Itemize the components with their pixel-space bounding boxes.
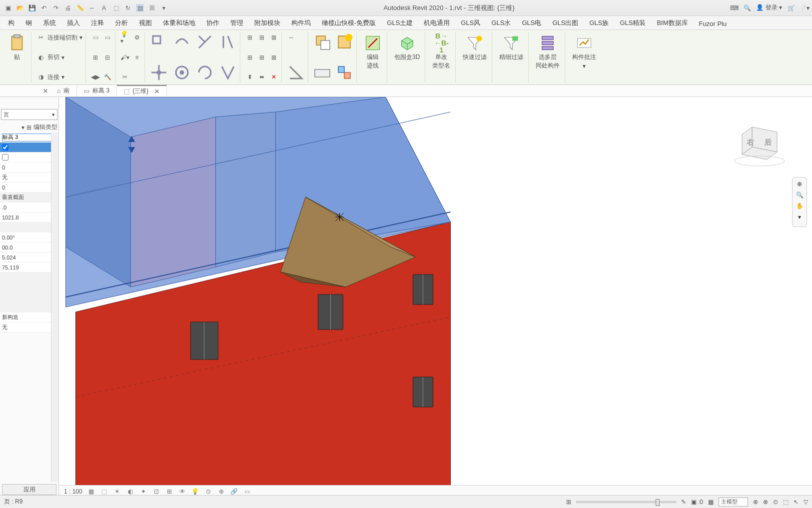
activate-icon[interactable]: ▭ — [91, 33, 100, 42]
cut-button[interactable]: ◐剪切 ▾ — [36, 53, 82, 62]
cope-button[interactable]: ✂连接端切割 ▾ — [36, 33, 82, 42]
mirror2-icon[interactable] — [219, 64, 237, 82]
extend-l-icon[interactable] — [219, 33, 237, 51]
constraint-icon[interactable]: 🔗 — [230, 488, 238, 496]
copy-l-icon[interactable] — [173, 33, 191, 51]
dimension-icon[interactable]: ↔ — [88, 4, 96, 12]
detail-level-icon[interactable]: ▦ — [87, 488, 95, 496]
paste-button[interactable]: 贴 — [6, 33, 28, 62]
hammer-icon[interactable]: 🔨 — [103, 72, 112, 82]
g4-icon[interactable]: ⊞ — [245, 53, 254, 62]
prop-row-check1[interactable] — [0, 142, 58, 152]
align-icon[interactable]: ⊞ — [91, 53, 100, 62]
editable-only-icon[interactable]: ✎ — [681, 498, 686, 506]
tab-gls-civil[interactable]: GLS土建 — [382, 16, 418, 30]
g9-icon[interactable]: ✕ — [269, 72, 278, 82]
tab-massing[interactable]: 体量和场地 — [158, 16, 200, 30]
sync-icon[interactable]: ↻ — [124, 4, 132, 12]
prop-row-10[interactable]: 无 — [0, 322, 58, 332]
sb1-icon[interactable]: ⊕ — [753, 498, 758, 506]
3d-viewport[interactable]: 右后 ⊕ 🔍 ✋ ▾ 1 : 100 ▦ ⬚ ☀ ◐ ✦ ⊡ ⊞ 👁 💡 ⊙ ⊕… — [59, 97, 812, 497]
apply-button[interactable]: 应用 — [2, 484, 56, 495]
view-tab-south[interactable]: ⌂南 — [50, 85, 77, 96]
zoom-icon[interactable]: 🔍 — [796, 192, 804, 198]
prop-row-3[interactable]: .0 — [0, 202, 58, 212]
level-input[interactable] — [2, 134, 56, 142]
move-icon[interactable] — [150, 64, 168, 82]
tab-fuzor[interactable]: Fuzor Plu — [694, 18, 732, 30]
tab-collab[interactable]: 协作 — [201, 16, 224, 30]
lines-icon[interactable]: ≡ — [132, 53, 141, 62]
redo-icon[interactable]: ↷ — [52, 4, 60, 12]
tab-gls-draw[interactable]: GLS出图 — [547, 16, 583, 30]
paint-icon[interactable]: 🖌▾ — [120, 53, 129, 62]
gear-icon[interactable]: ⚙ — [132, 33, 141, 42]
vc-last-icon[interactable]: ▭ — [243, 488, 251, 496]
g8-icon[interactable]: ⬌ — [257, 72, 266, 82]
prop-row-level[interactable] — [0, 132, 58, 142]
prop-row-7[interactable]: 5.024 — [0, 252, 58, 262]
text-icon[interactable]: A — [100, 4, 108, 12]
status-slider[interactable] — [576, 501, 676, 503]
tab-arch[interactable]: 构 — [3, 16, 19, 30]
create1-icon[interactable] — [313, 33, 331, 51]
g5-icon[interactable]: ⊞ — [257, 53, 266, 62]
measure-icon[interactable]: 📏 — [76, 4, 84, 12]
open-icon[interactable]: 📂 — [16, 4, 24, 12]
tab-gls-family[interactable]: GLS族 — [584, 16, 614, 30]
print-icon[interactable]: 🖨 — [64, 4, 72, 12]
close-hidden-icon[interactable]: ☒ — [148, 4, 156, 12]
tab-view[interactable]: 视图 — [134, 16, 157, 30]
offset-icon[interactable]: ⊟ — [103, 53, 112, 62]
type-selector[interactable]: 页▾ — [1, 109, 57, 120]
g3-icon[interactable]: ⊠ — [269, 33, 278, 42]
orbit-dropdown-icon[interactable]: ▾ — [798, 214, 801, 220]
help-icon[interactable]: ❔▾ — [800, 4, 808, 12]
join-button[interactable]: ◑连接 ▾ — [36, 72, 82, 82]
prop-row-4[interactable]: 1021.8 — [0, 212, 58, 222]
prop-row-6[interactable]: 00.0 — [0, 242, 58, 252]
switch-window-icon[interactable]: ▾ — [160, 4, 168, 12]
sb5-icon[interactable]: ↖ — [794, 498, 799, 506]
worksets-icon[interactable]: ⊞ — [566, 498, 571, 506]
tab-gls-wind[interactable]: GLS风 — [456, 16, 485, 30]
mirror-icon[interactable]: ◀▶ — [91, 72, 100, 82]
tab-gls-elec[interactable]: GLS电 — [517, 16, 546, 30]
tab-addins[interactable]: 附加模块 — [249, 16, 285, 30]
user-icon[interactable]: 👤 登录 ▾ — [756, 4, 782, 12]
multilayer-button[interactable]: 选多层 同处构件 — [534, 33, 562, 71]
tab-bim-db[interactable]: BIM数据库 — [652, 16, 693, 30]
analytic-icon[interactable]: ⊕ — [217, 488, 225, 496]
sun-path-icon[interactable]: ☀ — [113, 488, 121, 496]
bulb-icon[interactable]: 💡▾ — [120, 33, 129, 42]
prop-row-1[interactable]: 无 — [0, 172, 58, 182]
demolish-icon[interactable]: ▭ — [103, 33, 112, 42]
quick-filter-button[interactable]: 快速过滤 — [461, 33, 489, 62]
rename-button[interactable]: B→←B-1 单改 类型名 — [430, 33, 452, 71]
main-model-select[interactable]: 主模型 — [719, 498, 748, 506]
tab-gls-water[interactable]: GLS水 — [486, 16, 516, 30]
view-tab-3d[interactable]: ⬚{三维}✕ — [117, 85, 167, 96]
reveal-icon[interactable]: ⊙ — [204, 488, 212, 496]
save-icon[interactable]: 💾 — [28, 4, 36, 12]
visual-style-icon[interactable]: ⬚ — [100, 488, 108, 496]
g2-icon[interactable]: ⊞ — [257, 33, 266, 42]
prop-row-5[interactable]: 0.00° — [0, 232, 58, 242]
pan-icon[interactable]: ✋ — [796, 202, 804, 210]
tab-annotate[interactable]: 注释 — [86, 16, 109, 30]
box3d-button[interactable]: 包围盒3D — [392, 33, 422, 62]
fine-filter-button[interactable]: 精细过滤 — [497, 33, 525, 62]
scale-icon[interactable] — [173, 64, 191, 82]
g6-icon[interactable]: ⊠ — [269, 53, 278, 62]
view-cube[interactable]: 右后 — [732, 122, 792, 167]
rotate-icon[interactable] — [196, 64, 214, 82]
prop-row-check2[interactable] — [0, 152, 58, 162]
tab-insert[interactable]: 插入 — [62, 16, 85, 30]
tab-analyze[interactable]: 分析 — [110, 16, 133, 30]
full-nav-icon[interactable]: ⊕ — [797, 180, 802, 188]
3d-icon[interactable]: ⬚ — [112, 4, 120, 12]
search-icon[interactable]: 🔍 — [743, 4, 751, 12]
annotation-button[interactable]: 构件批注 ▾ — [570, 33, 598, 70]
tab-ganlanshan[interactable]: 橄榄山快模-免费版 — [317, 16, 381, 30]
shadows-icon[interactable]: ◐ — [126, 488, 134, 496]
